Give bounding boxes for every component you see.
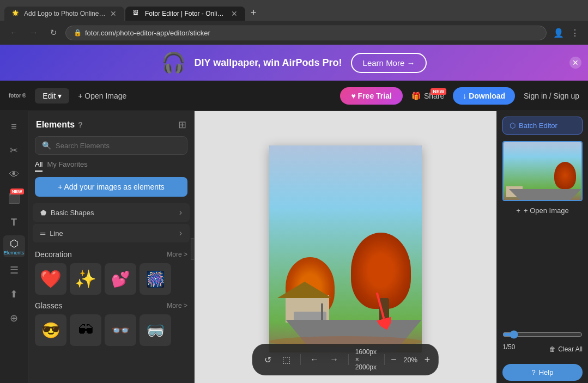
search-input[interactable] [56, 142, 180, 150]
zoom-level: 20% [401, 356, 420, 364]
glasses-more-link[interactable]: More > [167, 302, 187, 309]
firework-sticker-icon: 🎆 [146, 270, 165, 288]
batch-editor-icon: ⬡ [510, 121, 516, 130]
glasses2-icon: 🕶 [78, 321, 93, 339]
decoration-stickers: ❤️ ✨ 💕 🎆 [35, 263, 187, 295]
glasses-title: Glasses [35, 301, 63, 310]
sticker-heart[interactable]: ❤️ [35, 263, 66, 295]
elements-panel: Elements ? ⊞ 🔍 All My Favorites + Add yo… [28, 111, 195, 383]
sidebar-more-button[interactable]: ⊕ [3, 307, 25, 329]
sidebar-crop-button[interactable]: ✂ [3, 139, 25, 161]
banner-close-button[interactable]: ✕ [569, 57, 581, 69]
panel-title: Elements ? [36, 120, 83, 130]
browser-tab-2[interactable]: 🖼 Fotor Editor | Fotor - Online ... ✕ [125, 7, 245, 21]
browser-menu-button[interactable]: ⋮ [568, 26, 581, 40]
layers-new-badge: NEW [10, 189, 24, 194]
glasses-more-text: More > [167, 302, 187, 309]
sidebar-eye-button[interactable]: 👁 [3, 163, 25, 185]
browser-tab-1[interactable]: 🌟 Add Logo to Photo Online for... ✕ [4, 7, 124, 21]
sidebar-text-button[interactable]: T [3, 211, 25, 233]
help-button[interactable]: ? Help [502, 364, 583, 381]
shapes-icon: ⬟ [40, 209, 46, 217]
decoration-header: Decoration More > [35, 250, 187, 259]
signin-button[interactable]: Sign in / Sign up [524, 92, 579, 100]
tab-all[interactable]: All [35, 160, 43, 172]
undo-button[interactable]: ← [307, 352, 322, 367]
basic-shapes-row[interactable]: ⬟ Basic Shapes › [33, 203, 190, 222]
glasses4-icon: 🥽 [146, 321, 165, 339]
sidebar-upload-button[interactable]: ⬆ [3, 283, 25, 305]
free-trial-button[interactable]: ♥ Free Trial [340, 87, 402, 105]
rotate-button[interactable]: ↺ [261, 352, 275, 367]
sparkle-sticker-icon: ✨ [75, 269, 96, 289]
canvas-size: 1600px × 2000px [355, 348, 378, 371]
batch-editor-button[interactable]: ⬡ Batch Editor [502, 117, 583, 135]
glasses-sticker-4[interactable]: 🥽 [140, 314, 171, 346]
edit-button[interactable]: Edit ▾ [35, 88, 69, 104]
trash-icon: 🗑 [549, 345, 556, 353]
fit-button[interactable]: ⬚ [279, 352, 294, 367]
eye-icon: 👁 [9, 169, 19, 180]
basic-shapes-label: ⬟ Basic Shapes [40, 209, 94, 217]
tab-close-2[interactable]: ✕ [231, 10, 238, 17]
tab-close-1[interactable]: ✕ [110, 10, 117, 17]
sidebar-layers-button[interactable]: ⬛ NEW [3, 187, 25, 209]
icon-sidebar: ≡ ✂ 👁 ⬛ NEW T ⬡ Elements ☰ ⬆ [0, 111, 28, 383]
sticker-firework[interactable]: 🎆 [140, 263, 171, 295]
fotor-logo: fotor® [9, 93, 26, 99]
elements-icon: ⬡ [10, 238, 19, 250]
line-row[interactable]: ═ Line › [33, 224, 190, 242]
text-icon: T [11, 217, 17, 228]
logo-text: fotor [9, 93, 21, 99]
grid-view-icon[interactable]: ⊞ [178, 119, 186, 131]
zoom-slider[interactable] [502, 330, 583, 339]
zoom-out-button[interactable]: − [391, 354, 397, 366]
back-button[interactable]: ← [7, 25, 22, 40]
app-header: fotor® Edit ▾ + Open Image ♥ Free Trial … [0, 81, 588, 111]
new-tab-button[interactable]: + [246, 5, 261, 21]
sticker-icon: ☰ [10, 264, 19, 276]
heart-sticker-icon: ❤️ [40, 269, 62, 289]
panel-collapse-button[interactable]: ‹ [191, 238, 195, 260]
download-button[interactable]: ↓ Download [453, 87, 515, 105]
main-layout: ≡ ✂ 👁 ⬛ NEW T ⬡ Elements ☰ ⬆ [0, 111, 588, 383]
page-counter: 1/50 [502, 343, 515, 351]
reload-button[interactable]: ↻ [46, 25, 61, 40]
address-bar[interactable]: 🔒 fotor.com/photo-editor-app/editor/stic… [65, 26, 547, 40]
canvas-toolbar: ↺ ⬚ ← → 1600px × 2000px − 20% + [252, 344, 439, 375]
glasses-sticker-1[interactable]: 😎 [35, 314, 66, 346]
basic-shapes-arrow: › [179, 208, 182, 217]
sidebar-adjust-button[interactable]: ≡ [3, 115, 25, 137]
tab-favorites[interactable]: My Favorites [47, 160, 87, 172]
sticker-hearts2[interactable]: 💕 [105, 263, 136, 295]
glasses-sticker-2[interactable]: 🕶 [70, 314, 101, 346]
thumb-tree [554, 162, 576, 189]
tab-favicon-2: 🖼 [133, 10, 141, 17]
learn-more-button[interactable]: Learn More → [351, 53, 427, 73]
decoration-title: Decoration [35, 250, 72, 259]
forward-button[interactable]: → [26, 25, 41, 40]
open-image-button[interactable]: + Open Image [78, 92, 126, 100]
sidebar-sticker-button[interactable]: ☰ [3, 259, 25, 281]
redo-button[interactable]: → [326, 352, 342, 367]
glasses-sticker-3[interactable]: 👓 [105, 314, 136, 346]
share-button[interactable]: 🎁 Share NEW [411, 92, 444, 100]
promo-banner: 🎧 DIY wallpaper, win AirPods Pro! Learn … [0, 45, 588, 81]
share-new-badge: NEW [431, 88, 446, 95]
sticker-sparkle[interactable]: ✨ [70, 263, 101, 295]
zoom-in-button[interactable]: + [425, 354, 431, 366]
sidebar-elements-button[interactable]: ⬡ Elements [3, 235, 25, 257]
profile-button[interactable]: 👤 [551, 26, 566, 40]
help-label: Help [539, 368, 554, 376]
adjust-icon: ≡ [11, 121, 17, 132]
canvas-area: ↺ ⬚ ← → 1600px × 2000px − 20% + [195, 111, 496, 383]
browser-chrome: 🌟 Add Logo to Photo Online for... ✕ 🖼 Fo… [0, 0, 588, 45]
line-arrow: › [179, 228, 182, 238]
glasses-header: Glasses More > [35, 301, 187, 310]
help-circle-icon: ? [532, 368, 536, 376]
clear-all-button[interactable]: 🗑 Clear All [549, 345, 583, 353]
browser-controls: ← → ↻ 🔒 fotor.com/photo-editor-app/edito… [0, 21, 588, 45]
add-images-button[interactable]: + Add your images as elements [35, 177, 187, 197]
decoration-more-link[interactable]: More > [167, 251, 187, 258]
open-image-right-button[interactable]: + + Open Image [502, 206, 583, 215]
